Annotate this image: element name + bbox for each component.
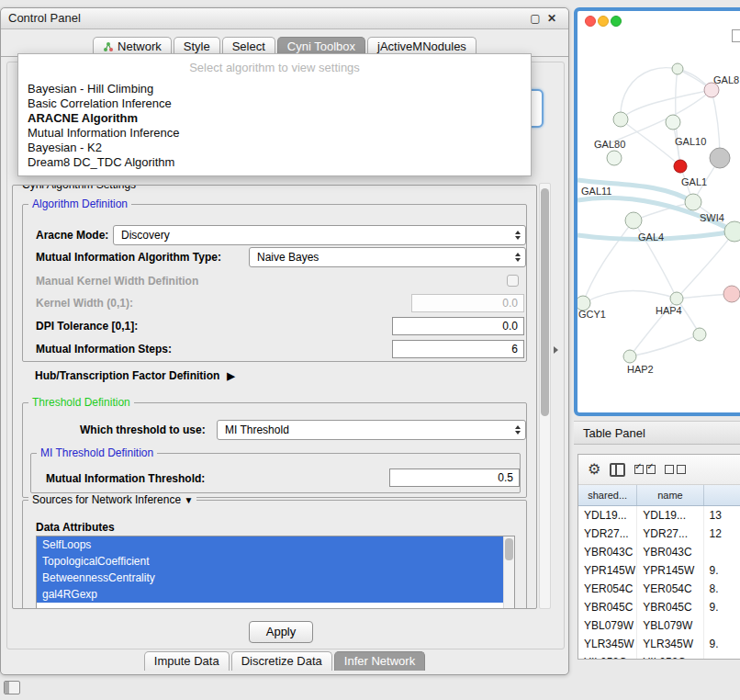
table-row[interactable]: YBL079WYBL079W — [578, 616, 740, 635]
network-node[interactable] — [672, 63, 683, 74]
network-graph[interactable]: GAL8GAL80GAL10GAL11GAL1SWI4GAL4GCY1HAP4H… — [577, 11, 740, 405]
select-all-checkboxes-icon[interactable] — [634, 465, 656, 474]
close-icon[interactable]: ✕ — [544, 11, 559, 26]
mi-steps-field[interactable]: 6 — [392, 340, 524, 358]
control-panel-window: Control Panel ▢ ✕ Network Style Select C… — [0, 7, 569, 675]
table-row[interactable]: YDL19...YDL19...13 — [578, 506, 740, 525]
network-node[interactable] — [685, 194, 701, 210]
panel-splitter-arrow[interactable] — [554, 346, 558, 354]
hub-definition-expander[interactable]: Hub/Transcription Factor Definition▶ — [35, 369, 235, 382]
settings-scrollbar[interactable] — [539, 183, 551, 609]
mi-threshold-label: Mutual Information Threshold: — [46, 472, 205, 485]
node-label: HAP4 — [656, 305, 682, 316]
mi-threshold-field[interactable]: 0.5 — [389, 469, 520, 487]
apply-button[interactable]: Apply — [249, 621, 313, 643]
network-node[interactable] — [723, 286, 740, 302]
which-threshold-select[interactable]: MI Threshold — [217, 420, 526, 440]
network-view-window[interactable]: GAL8GAL80GAL10GAL11GAL1SWI4GAL4GCY1HAP4H… — [574, 7, 740, 416]
table-cell: YER054C — [578, 580, 637, 598]
list-item-selfloops[interactable]: SelfLoops — [37, 536, 503, 553]
network-node[interactable] — [607, 151, 622, 165]
sources-collapser[interactable]: Sources for Network Inference ▼ — [28, 493, 196, 506]
kernel-width-field[interactable]: 0.0 — [411, 294, 524, 312]
network-node[interactable] — [724, 221, 740, 242]
column-header-name[interactable]: name — [637, 485, 703, 505]
network-node[interactable] — [693, 328, 706, 341]
birdseye-box[interactable] — [732, 29, 740, 42]
tab-label: Discretize Data — [241, 652, 322, 671]
table-row[interactable]: YBR043CYBR043C — [578, 543, 740, 561]
network-node[interactable] — [710, 148, 730, 168]
table-row[interactable]: YDR27...YDR27...12 — [578, 525, 740, 543]
minimize-traffic-light[interactable] — [598, 16, 609, 27]
network-node[interactable] — [625, 212, 642, 229]
group-title: Threshold Definition — [28, 396, 134, 409]
node-label: GAL4 — [638, 231, 664, 243]
menu-item-dream8[interactable]: Dream8 DC_TDC Algorithm — [18, 155, 531, 170]
table-row[interactable]: YIL052CYIL052C — [578, 653, 740, 660]
mi-algorithm-type-select[interactable]: Naive Bayes — [249, 247, 526, 267]
table-cell: YBL079W — [578, 616, 637, 635]
list-item-betweennesscentrality[interactable]: BetweennessCentrality — [37, 570, 503, 586]
table-cell: 9. — [704, 561, 740, 580]
tab-label: Infer Network — [344, 652, 415, 671]
manual-kernel-width-checkbox[interactable] — [507, 275, 519, 287]
table-cell: YDR27... — [578, 525, 637, 543]
expand-right-icon[interactable]: ▶ — [227, 370, 234, 381]
menu-item-bayesian-k2[interactable]: Bayesian - K2 — [18, 141, 531, 155]
table-cell: YIL052C — [578, 653, 637, 660]
node-label: GAL80 — [594, 139, 625, 150]
table-cell: YDL19... — [637, 506, 703, 525]
network-node[interactable] — [670, 292, 683, 305]
table-cell: YIL052C — [637, 653, 703, 660]
aracne-mode-select[interactable]: Discovery — [113, 225, 526, 245]
list-item-topologicalcoefficient[interactable]: TopologicalCoefficient — [37, 553, 503, 570]
collapse-down-icon[interactable]: ▼ — [184, 495, 193, 505]
tab-discretize-data[interactable]: Discretize Data — [231, 651, 332, 671]
table-row[interactable]: YPR145WYPR145W9. — [578, 561, 740, 580]
network-node[interactable] — [613, 112, 628, 127]
list-scrollbar-thumb[interactable] — [505, 538, 513, 560]
list-item-gal4rgexp[interactable]: gal4RGexp — [37, 586, 503, 603]
settings-scrollbar-thumb[interactable] — [541, 188, 549, 416]
float-window-icon[interactable]: ▢ — [528, 11, 543, 26]
table-row[interactable]: YLR345WYLR345W9. — [578, 635, 740, 653]
table-cell: YPR145W — [637, 561, 703, 580]
column-header-shared-name[interactable]: shared... — [578, 485, 637, 505]
hub-definition-label: Hub/Transcription Factor Definition — [35, 369, 219, 382]
gear-icon[interactable]: ⚙ — [588, 462, 600, 477]
network-node[interactable] — [666, 115, 680, 130]
menu-item-aracne[interactable]: ARACNE Algorithm — [18, 111, 531, 126]
network-node[interactable] — [674, 160, 687, 173]
column-header-cut[interactable] — [704, 485, 740, 505]
sources-label: Sources for Network Inference — [32, 493, 181, 506]
mi-steps-label: Mutual Information Steps: — [36, 343, 172, 356]
menu-item-bayesian-hill-climbing[interactable]: Bayesian - Hill Climbing — [18, 82, 531, 96]
minimized-panel-icon[interactable] — [4, 681, 20, 694]
deselect-all-checkboxes-icon[interactable] — [665, 465, 686, 474]
control-panel-titlebar[interactable]: Control Panel ▢ ✕ — [1, 8, 568, 29]
close-traffic-light[interactable] — [585, 16, 596, 27]
screen: Control Panel ▢ ✕ Network Style Select C… — [0, 0, 740, 700]
which-threshold-label: Which threshold to use: — [80, 423, 206, 436]
data-attributes-list[interactable]: SelfLoops TopologicalCoefficient Between… — [36, 536, 515, 609]
data-attributes-label: Data Attributes — [36, 521, 115, 534]
list-scrollbar[interactable] — [503, 536, 514, 608]
dpi-tolerance-field[interactable]: 0.0 — [392, 317, 524, 335]
node-label: GAL10 — [675, 136, 706, 147]
threshold-definition-group: Threshold Definition Which threshold to … — [22, 402, 527, 498]
network-node[interactable] — [623, 350, 636, 363]
table-row[interactable]: YER054CYER054C8. — [578, 580, 740, 598]
table-cell: YLR345W — [578, 635, 637, 653]
table-cell: 9. — [704, 635, 740, 653]
zoom-traffic-light[interactable] — [611, 16, 622, 27]
table-cell: YBL079W — [637, 616, 703, 635]
table-cell — [704, 653, 740, 660]
tab-infer-network[interactable]: Infer Network — [334, 651, 425, 671]
mi-threshold-definition-group: MI Threshold Definition Mutual Informati… — [30, 453, 521, 493]
columns-icon[interactable] — [610, 463, 625, 477]
table-row[interactable]: YBR045CYBR045C9. — [578, 598, 740, 616]
menu-item-mutual-information[interactable]: Mutual Information Inference — [18, 126, 531, 141]
menu-item-basic-correlation[interactable]: Basic Correlation Inference — [18, 96, 531, 111]
tab-impute-data[interactable]: Impute Data — [144, 651, 230, 671]
